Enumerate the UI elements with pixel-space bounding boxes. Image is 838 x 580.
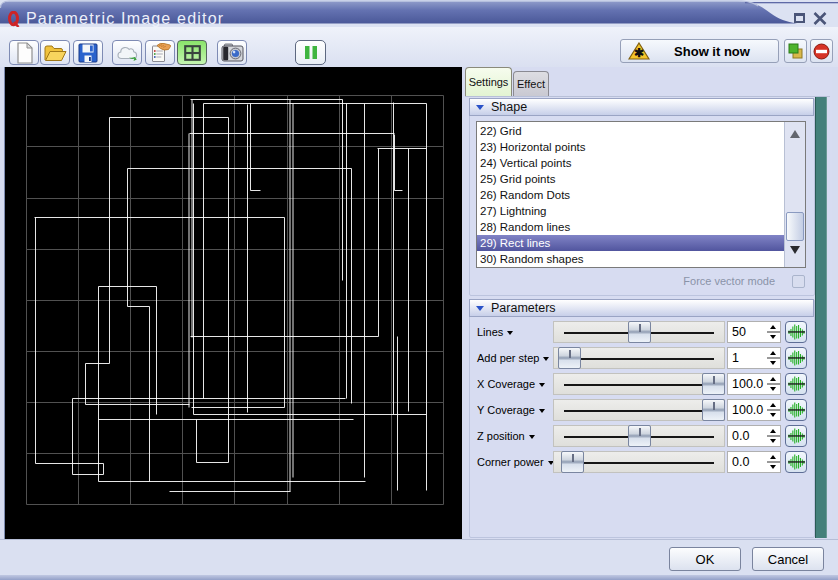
svg-text:✱: ✱ xyxy=(634,46,644,60)
